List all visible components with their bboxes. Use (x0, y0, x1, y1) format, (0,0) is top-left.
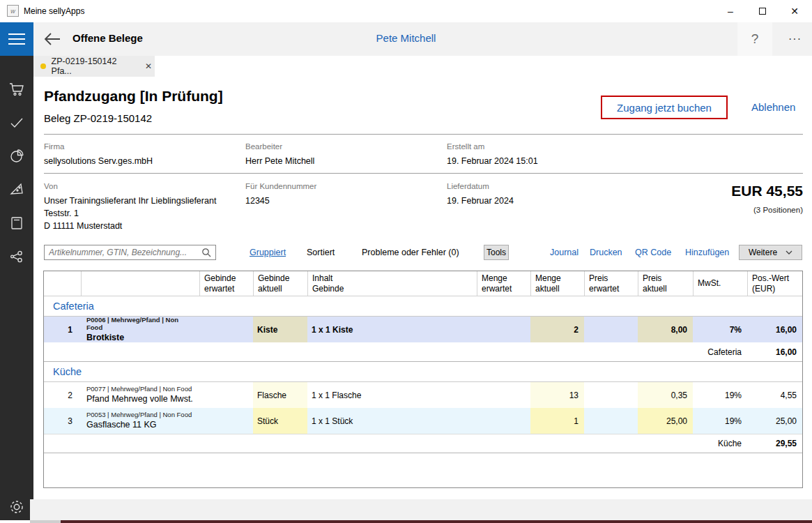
group-header: Cafeteria (44, 296, 802, 317)
divider (44, 134, 803, 135)
article-name: Brotkiste (86, 332, 124, 342)
pizza-slice-icon (8, 181, 25, 198)
window-titlebar: w Meine sellyApps – ✕ (0, 0, 812, 22)
document-total: EUR 45,55 (454, 183, 803, 199)
row-number-cell: 2 (44, 382, 81, 408)
article-search-box[interactable] (44, 245, 216, 260)
gear-icon (8, 498, 26, 516)
article-cell[interactable]: P0053 | Mehrweg/Pfand | Non FoodGasflasc… (81, 408, 199, 434)
gebinde-aktuell-cell[interactable]: Stück (253, 408, 307, 434)
window-title: Meine sellyApps (24, 6, 84, 16)
weitere-dropdown-button[interactable]: Weitere (739, 245, 802, 260)
subtotal-empty-cell (199, 342, 253, 361)
pos-wert-cell: 25,00 (747, 408, 802, 434)
sidebar-item-cart[interactable] (0, 73, 33, 106)
gruppiert-toggle[interactable]: Gruppiert (250, 248, 286, 257)
reject-button[interactable]: Ablehnen (751, 101, 795, 113)
subtotal-empty-cell (584, 342, 638, 361)
more-options-button[interactable]: ··· (778, 22, 812, 56)
sidebar-item-reports[interactable] (0, 139, 33, 173)
help-icon: ? (751, 31, 759, 47)
sidebar-item-products[interactable] (0, 173, 33, 206)
status-strip (30, 499, 812, 520)
group-header: Küche (44, 362, 802, 382)
tab-close-button[interactable]: ✕ (142, 60, 155, 73)
column-header-4: Gebinde aktuell (253, 271, 307, 296)
article-cell[interactable]: P0077 | Mehrweg/Pfand | Non FoodPfand Me… (81, 382, 199, 408)
menge-erwartet-cell (477, 317, 530, 342)
mwst-cell: 19% (693, 382, 747, 408)
menge-aktuell-cell[interactable]: 13 (530, 382, 584, 408)
bottom-bar (61, 520, 812, 523)
share-icon (8, 248, 25, 265)
sortiert-toggle[interactable]: Sortiert (307, 248, 335, 257)
subtotal-empty-cell (253, 342, 307, 361)
book-entry-button-annotated[interactable]: Zugang jetzt buchen (601, 96, 728, 119)
firma-label: Firma (44, 142, 64, 151)
journal-link[interactable]: Journal (550, 248, 579, 257)
drucken-link[interactable]: Drucken (590, 248, 622, 257)
help-button[interactable]: ? (737, 22, 772, 56)
subtotal-empty-cell (307, 342, 477, 361)
column-header-1 (44, 271, 81, 296)
hinzufuegen-link[interactable]: Hinzufügen (685, 248, 729, 257)
gebinde-aktuell-cell[interactable]: Kiste (253, 317, 307, 342)
column-header-8: Preis erwartet (584, 271, 638, 296)
article-meta: P0077 | Mehrweg/Pfand | Non Food (86, 385, 192, 393)
menge-aktuell-cell[interactable]: 1 (530, 408, 584, 434)
subtotal-empty-cell (307, 434, 477, 453)
sidebar-item-settings[interactable] (0, 490, 33, 523)
table-row[interactable]: 1P0006 | Mehrweg/Pfand | Non FoodBrotkis… (44, 317, 802, 342)
sidebar-item-tasks[interactable] (0, 106, 33, 139)
maximize-icon (759, 8, 766, 15)
subtotal-empty-cell (584, 434, 638, 453)
search-icon (201, 248, 211, 257)
subtotal-empty-cell (44, 342, 81, 361)
preis-aktuell-cell[interactable]: 8,00 (638, 317, 693, 342)
probleme-toggle[interactable]: Probleme oder Fehler (0) (362, 248, 459, 257)
window-minimize-button[interactable]: – (714, 0, 746, 22)
user-name-link[interactable]: Pete Mitchell (0, 32, 812, 44)
window-close-button[interactable]: ✕ (779, 0, 811, 22)
column-header-10: MwSt. (693, 271, 747, 296)
pie-chart-icon (8, 148, 25, 165)
column-header-5: Inhalt Gebinde (307, 271, 477, 296)
sidebar-item-catalog[interactable] (0, 206, 33, 240)
column-header-7: Menge aktuell (530, 271, 584, 296)
document-title: Pfandzugang [In Prüfung] (44, 88, 223, 105)
subtotal-value: 16,00 (747, 342, 802, 361)
preis-aktuell-cell[interactable]: 25,00 (638, 408, 693, 434)
bearbeiter-label: Bearbeiter (245, 142, 282, 151)
mwst-cell: 19% (693, 408, 747, 434)
von-label: Von (44, 182, 58, 190)
table-row[interactable]: 3P0053 | Mehrweg/Pfand | Non FoodGasflas… (44, 408, 802, 434)
sidebar-item-share[interactable] (0, 240, 33, 273)
tab-document[interactable]: ZP-0219-150142 Pfa... ✕ (33, 56, 155, 77)
inhalt-gebinde-cell: 1 x 1 Flasche (307, 382, 477, 408)
column-header-9: Preis aktuell (638, 271, 693, 296)
subtotal-empty-cell (81, 434, 199, 453)
kundennummer-value: 12345 (245, 196, 270, 206)
table-row[interactable]: 2P0077 | Mehrweg/Pfand | Non FoodPfand M… (44, 382, 802, 408)
window-maximize-button[interactable] (746, 0, 779, 22)
preis-aktuell-cell[interactable]: 0,35 (638, 382, 693, 408)
search-input[interactable] (45, 248, 201, 257)
article-cell[interactable]: P0006 | Mehrweg/Pfand | Non FoodBrotkist… (81, 317, 199, 342)
app-logo-icon: w (7, 5, 19, 17)
article-name: Gasflasche 11 KG (86, 419, 157, 430)
cart-icon (8, 81, 25, 98)
column-header-11: Pos.-Wert (EUR) (747, 271, 802, 296)
mwst-cell: 7% (693, 317, 747, 342)
inhalt-gebinde-cell: 1 x 1 Kiste (307, 317, 477, 342)
qr-code-link[interactable]: QR Code (635, 248, 671, 257)
gebinde-aktuell-cell[interactable]: Flasche (253, 382, 307, 408)
erstellt-value: 19. Februar 2024 15:01 (447, 156, 538, 166)
divider (44, 173, 803, 174)
menge-aktuell-cell[interactable]: 2 (530, 317, 584, 342)
column-header-3: Gebinde erwartet (199, 271, 253, 296)
preis-erwartet-cell (584, 382, 638, 408)
subtotal-empty-cell (477, 434, 530, 453)
book-entry-button-label[interactable]: Zugang jetzt buchen (617, 102, 712, 114)
tools-button[interactable]: Tools (484, 245, 509, 260)
chevron-down-icon (786, 250, 792, 255)
